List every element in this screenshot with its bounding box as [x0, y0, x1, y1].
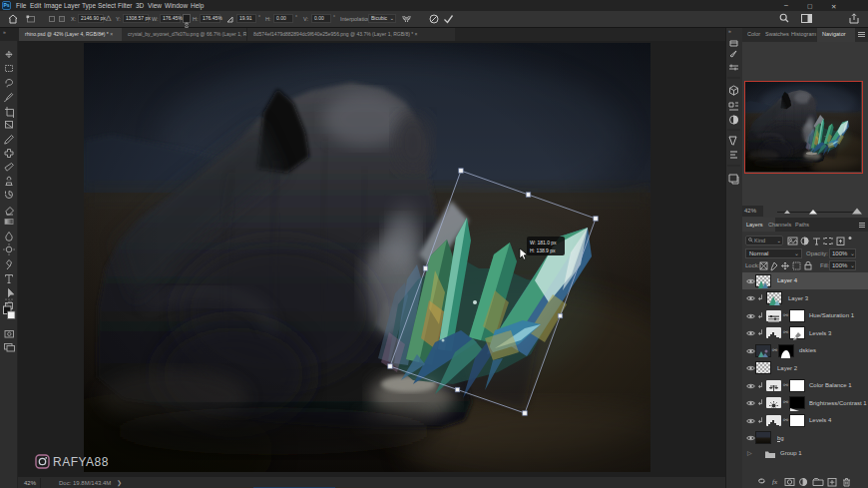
- svg-text:H: 138.9 px: H: 138.9 px: [530, 247, 556, 253]
- svg-text:fx: fx: [772, 478, 778, 486]
- svg-text:W: 181.0 px: W: 181.0 px: [530, 240, 557, 245]
